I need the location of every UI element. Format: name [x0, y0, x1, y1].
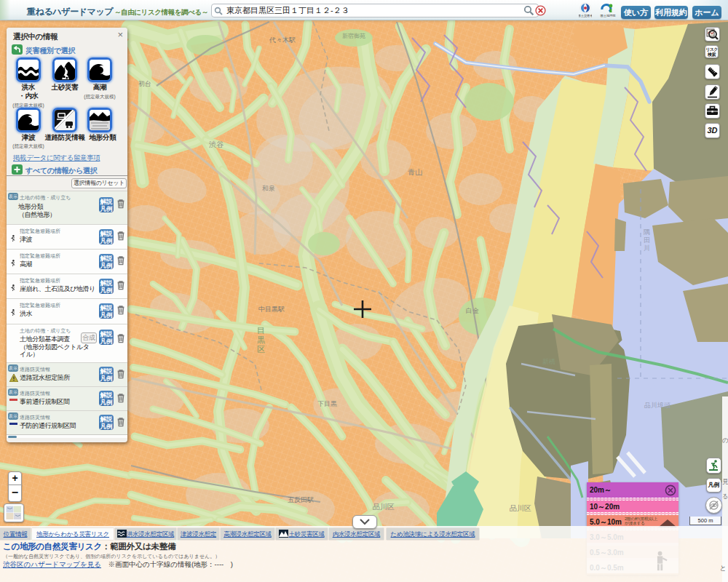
svg-text:隅: 隅: [644, 228, 650, 236]
svg-text:初台: 初台: [138, 80, 151, 87]
svg-text:川: 川: [644, 244, 650, 252]
svg-text:品川区: 品川区: [510, 504, 531, 512]
svg-text:下目黒: 下目黒: [317, 400, 337, 407]
svg-text:国土地理院: 国土地理院: [601, 14, 616, 17]
svg-text:中目黒駅: 中目黒駅: [258, 306, 285, 313]
svg-text:新橋: 新橋: [542, 358, 555, 365]
svg-text:品川埠頭: 品川埠頭: [644, 402, 670, 409]
svg-text:区: 区: [257, 345, 265, 354]
svg-text:青山: 青山: [408, 168, 422, 176]
svg-text:代々木駅: 代々木駅: [269, 36, 296, 44]
svg-text:五反田駅: 五反田駅: [288, 496, 314, 503]
svg-text:田: 田: [644, 236, 650, 244]
svg-text:白金: 白金: [466, 307, 479, 314]
svg-text:新宿御苑: 新宿御苑: [342, 33, 365, 39]
svg-text:和泉: 和泉: [262, 185, 275, 192]
svg-text:品川区: 品川区: [373, 503, 395, 511]
svg-text:国土交通省: 国土交通省: [579, 14, 592, 17]
svg-text:黒: 黒: [257, 335, 265, 344]
svg-text:渋谷: 渋谷: [209, 140, 223, 148]
svg-text:目: 目: [257, 326, 265, 335]
